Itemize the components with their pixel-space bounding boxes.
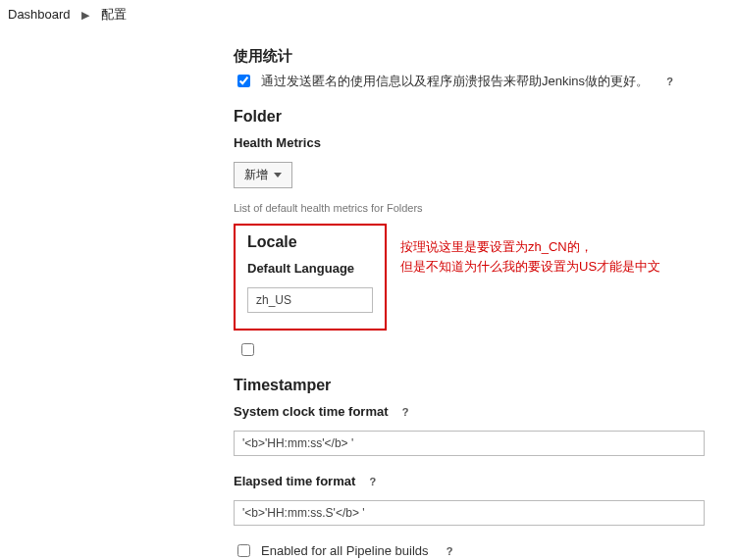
chevron-right-icon: ▶ bbox=[81, 9, 89, 22]
usage-stats-label: 通过发送匿名的使用信息以及程序崩溃报告来帮助Jenkins做的更好。 bbox=[261, 73, 649, 90]
system-clock-label: System clock time format bbox=[234, 404, 389, 419]
annotation-line2: 但是不知道为什么我的要设置为US才能是中文 bbox=[400, 257, 660, 277]
elapsed-time-label: Elapsed time format bbox=[234, 474, 355, 488]
breadcrumb-dashboard[interactable]: Dashboard bbox=[8, 7, 71, 22]
annotation-text: 按理说这里是要设置为zh_CN的， 但是不知道为什么我的要设置为US才能是中文 bbox=[400, 237, 660, 276]
health-metrics-label: Health Metrics bbox=[234, 135, 726, 150]
usage-stats-heading: 使用统计 bbox=[234, 47, 726, 66]
default-language-input[interactable] bbox=[247, 287, 373, 313]
pipeline-enabled-checkbox[interactable] bbox=[237, 544, 250, 557]
timestamper-heading: Timestamper bbox=[234, 377, 726, 394]
help-icon[interactable]: ? bbox=[662, 74, 677, 88]
caret-down-icon bbox=[274, 173, 282, 178]
annotation-line1: 按理说这里是要设置为zh_CN的， bbox=[400, 237, 660, 257]
locale-heading: Locale bbox=[247, 233, 373, 251]
help-icon[interactable]: ? bbox=[398, 404, 413, 419]
breadcrumb: Dashboard ▶ 配置 bbox=[0, 0, 736, 29]
default-language-label: Default Language bbox=[247, 261, 373, 276]
folder-heading: Folder bbox=[234, 108, 726, 126]
locale-ignore-checkbox[interactable] bbox=[241, 343, 254, 356]
locale-section: Locale Default Language bbox=[234, 224, 387, 331]
elapsed-time-input[interactable] bbox=[234, 500, 705, 526]
pipeline-enabled-label: Enabled for all Pipeline builds bbox=[261, 543, 429, 558]
help-icon[interactable]: ? bbox=[365, 474, 380, 488]
breadcrumb-config[interactable]: 配置 bbox=[101, 7, 127, 22]
system-clock-input[interactable] bbox=[234, 431, 705, 456]
main-content: 使用统计 通过发送匿名的使用信息以及程序崩溃报告来帮助Jenkins做的更好。 … bbox=[234, 47, 736, 560]
help-icon[interactable]: ? bbox=[443, 543, 457, 558]
usage-stats-checkbox[interactable] bbox=[237, 75, 250, 87]
add-button[interactable]: 新增 bbox=[234, 162, 292, 188]
add-button-label: 新增 bbox=[244, 167, 268, 183]
folder-list-text: List of default health metrics for Folde… bbox=[234, 202, 726, 214]
